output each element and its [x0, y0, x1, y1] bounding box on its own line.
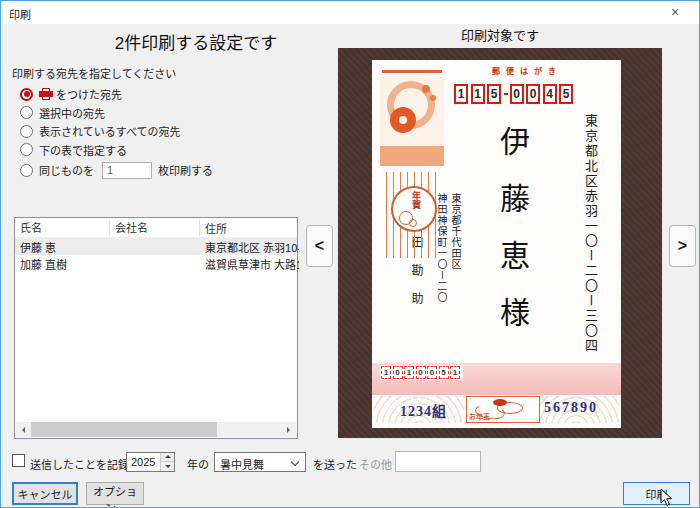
- stamp-stripes: 年賀: [386, 172, 442, 258]
- radio-print-copies[interactable]: 同じものを 枚印刷する: [20, 161, 213, 179]
- zip-hyphen: [504, 93, 508, 95]
- zip-digit: 1: [471, 84, 485, 104]
- otoshidama-label: お年玉: [469, 411, 490, 421]
- zip-digit: 5: [559, 84, 573, 104]
- otoshidama-box: お年玉: [466, 396, 540, 423]
- cancel-button[interactable]: キャンセル: [12, 482, 78, 505]
- chevron-down-icon: [291, 458, 299, 466]
- zip-digit: 5: [487, 84, 501, 104]
- cell-address: 東京都北区 赤羽10-: [200, 239, 299, 255]
- printer-icon: [39, 88, 53, 100]
- preview-title: 印刷対象です: [338, 25, 662, 44]
- chevron-left-icon: <: [315, 237, 324, 254]
- radio-button[interactable]: [20, 143, 33, 156]
- radio-specify-in-table[interactable]: 下の表で指定する: [20, 143, 213, 157]
- recipient-address: 東京都北区赤羽一〇ー二〇ー三〇四: [581, 114, 600, 354]
- scrollbar-thumb[interactable]: [31, 422, 217, 437]
- other-label: その他: [359, 456, 392, 472]
- recipient-postal-code: 1 1 5 0 0 4 5: [454, 84, 576, 104]
- cell-name: 伊藤 恵: [15, 239, 110, 255]
- chevron-right-icon: >: [678, 237, 687, 254]
- stamp-label: 年賀: [410, 191, 423, 209]
- table-row[interactable]: 加藤 直樹 滋賀県草津市 大路1: [15, 255, 297, 272]
- zip-digit: 1: [404, 366, 414, 379]
- zip-digit: 0: [427, 366, 437, 379]
- spinner-down-icon[interactable]: [160, 462, 174, 471]
- recipient-radio-group: をつけた宛先 選択中の宛先 表示されているすべての宛先 下の表で指定する 同じも…: [20, 87, 213, 184]
- postcard-preview-frame: 郵便はがき 1 1 5 0 0 4 5 東京都北区赤羽一〇ー二〇ー三〇四 伊藤恵…: [338, 48, 662, 438]
- radio-button-selected[interactable]: [20, 88, 33, 101]
- zip-digit: 0: [416, 366, 426, 379]
- radio-label: をつけた宛先: [56, 86, 122, 102]
- mouse-cursor: [660, 488, 673, 507]
- page-title: 2件印刷する設定です: [1, 29, 391, 54]
- radio-label: 表示されているすべての宛先: [39, 123, 180, 139]
- lottery-group: 1234組: [400, 400, 447, 420]
- sent-suffix-label: を送った: [313, 456, 357, 472]
- cell-name: 加藤 直樹: [15, 256, 110, 272]
- radio-label: 選択中の宛先: [39, 105, 105, 121]
- radio-all-displayed[interactable]: 表示されているすべての宛先: [20, 124, 213, 138]
- window-title: 印刷: [9, 6, 31, 22]
- greeting-type-select[interactable]: 暑中見舞: [214, 452, 306, 472]
- zip-digit: 0: [393, 366, 403, 379]
- greeting-value: 暑中見舞: [220, 456, 264, 472]
- year-suffix-label: 年の: [187, 456, 209, 472]
- zip-digit: 0: [510, 84, 524, 104]
- zip-digit: 1: [454, 84, 468, 104]
- zip-digit: 4: [543, 84, 557, 104]
- address-table: 氏名 会社名 住所 伊藤 恵 東京都北区 赤羽10- 加藤 直樹 滋賀県草津市 …: [14, 217, 298, 439]
- cell-address: 滋賀県草津市 大路1: [200, 256, 299, 272]
- other-input[interactable]: [395, 451, 481, 472]
- options-button[interactable]: オプション...: [86, 482, 144, 505]
- radio-label: 下の表で指定する: [39, 142, 127, 158]
- lottery-number: 567890: [544, 400, 598, 416]
- scroll-right-icon[interactable]: [281, 422, 296, 437]
- prev-card-button[interactable]: <: [306, 225, 333, 267]
- radio-selected-recipient[interactable]: 選択中の宛先: [20, 106, 213, 120]
- zip-digit: 1: [450, 366, 460, 379]
- spinner-up-icon[interactable]: [160, 453, 174, 462]
- close-icon[interactable]: ×: [663, 4, 687, 20]
- table-row[interactable]: 伊藤 恵 東京都北区 赤羽10-: [15, 238, 297, 255]
- newyear-illustration: [380, 70, 444, 166]
- horizontal-scrollbar[interactable]: [16, 422, 296, 437]
- zip-digit: 5: [439, 366, 449, 379]
- print-button[interactable]: 印刷: [623, 482, 690, 505]
- column-header-company[interactable]: 会社名: [110, 220, 200, 236]
- radio-label: 同じものを: [39, 162, 94, 178]
- sender-postal-code: 1 0 1 0 0 5 1: [380, 365, 463, 380]
- scroll-left-icon[interactable]: [16, 422, 31, 437]
- radio-button[interactable]: [20, 125, 33, 138]
- table-header: 氏名 会社名 住所: [15, 218, 297, 238]
- record-sent-row: 送信したことを記録する 2025 年の 暑中見舞 を送った その他: [1, 451, 700, 475]
- year-spinner[interactable]: 2025: [126, 452, 175, 472]
- titlebar: 印刷 ×: [1, 1, 699, 24]
- zip-digit: 1: [381, 366, 391, 379]
- record-sent-checkbox[interactable]: [12, 454, 25, 467]
- radio-button[interactable]: [20, 106, 33, 119]
- postcard-header-label: 郵便はがき: [472, 65, 582, 76]
- postcard-preview: 郵便はがき 1 1 5 0 0 4 5 東京都北区赤羽一〇ー二〇ー三〇四 伊藤恵…: [372, 60, 621, 428]
- pine-tree-icon: [493, 399, 507, 406]
- zip-digit: 0: [526, 84, 540, 104]
- radio-label-suffix: 枚印刷する: [158, 162, 213, 178]
- column-header-name[interactable]: 氏名: [15, 220, 110, 236]
- recipient-name: 伊藤恵様: [490, 126, 534, 366]
- print-dialog: 印刷 × 2件印刷する設定です 印刷する宛先を指定してください をつけた宛先 選…: [0, 0, 700, 508]
- lottery-strip: 1234組 お年玉 567890: [372, 396, 621, 423]
- instruction-label: 印刷する宛先を指定してください: [12, 65, 176, 81]
- radio-marked-recipients[interactable]: をつけた宛先: [20, 87, 213, 101]
- nenga-stamp-icon: 年賀: [391, 186, 437, 232]
- year-value: 2025: [131, 456, 155, 468]
- copy-count-input[interactable]: [102, 162, 152, 179]
- column-header-address[interactable]: 住所: [200, 220, 299, 236]
- camellia-flower-icon: [390, 107, 416, 133]
- next-card-button[interactable]: >: [669, 225, 696, 267]
- radio-button[interactable]: [20, 164, 33, 177]
